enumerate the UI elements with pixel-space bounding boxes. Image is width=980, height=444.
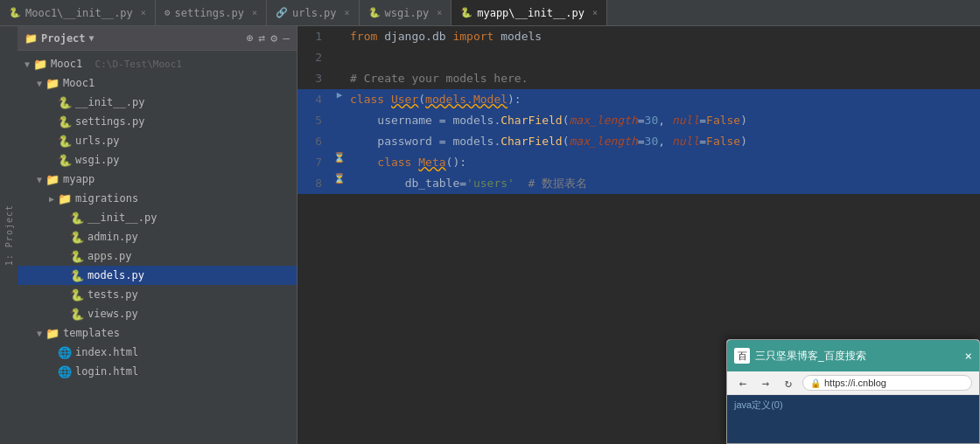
tree-label: __init__.py xyxy=(75,96,297,108)
tab-close-myapp-init[interactable]: × xyxy=(592,8,598,17)
dropdown-icon[interactable]: ▼ xyxy=(89,33,94,43)
code-line-4: 4 ▶ class User(models.Model): xyxy=(298,89,980,110)
tree-label: views.py xyxy=(88,308,297,320)
line-content-2 xyxy=(346,47,980,68)
favicon-text: 百 xyxy=(738,350,747,363)
tab-close-wsgi[interactable]: × xyxy=(437,8,442,17)
tab-icon-myapp-init: 🐍 xyxy=(460,7,472,18)
folder-icon: 📁 xyxy=(46,327,60,340)
line-content-6: password = models.CharField(max_length=3… xyxy=(346,131,980,152)
tree-label: tests.py xyxy=(88,288,297,301)
url-bar[interactable]: 🔒 https://i.cnblog xyxy=(802,375,972,391)
python-file-icon: 🐍 xyxy=(70,250,84,263)
back-button[interactable]: ← xyxy=(734,376,752,390)
arrow-icon: ▶ xyxy=(46,194,58,204)
line-content-4: class User(models.Model): xyxy=(346,89,980,110)
python-file-icon: 🐍 xyxy=(58,96,72,109)
line-number-4: 4 xyxy=(298,89,332,110)
tab-close-settings[interactable]: × xyxy=(252,8,257,17)
tree-label: migrations xyxy=(75,192,297,205)
tab-label-myapp-init: myapp\__init__.py xyxy=(477,7,584,19)
tree-item-login-html[interactable]: 🌐 login.html xyxy=(18,362,297,381)
tree-item-templates[interactable]: ▼ 📁 templates xyxy=(18,323,297,343)
code-line-6: 6 password = models.CharField(max_length… xyxy=(298,131,980,152)
minimize-icon[interactable]: — xyxy=(283,31,290,45)
browser-toolbar: 百 三只坚果博客_百度搜索 × xyxy=(727,340,979,371)
tree-item-mooc1[interactable]: ▼ 📁 Mooc1 xyxy=(18,73,297,93)
forward-button[interactable]: → xyxy=(757,376,774,390)
tab-label-mooc-init: Mooc1\__init__.py xyxy=(25,7,133,19)
tab-mooc-init[interactable]: 🐍 Mooc1\__init__.py × xyxy=(0,0,156,25)
project-header: 📁 Project ▼ ⊕ ⇄ ⚙ — xyxy=(18,26,297,51)
tab-bar: 🐍 Mooc1\__init__.py × ⚙ settings.py × 🔗 … xyxy=(0,0,980,26)
tab-close-urls[interactable]: × xyxy=(345,8,350,17)
tab-icon-settings: ⚙ xyxy=(164,7,171,18)
tree-item-migrations[interactable]: ▶ 📁 migrations xyxy=(18,189,297,208)
folder-icon: 📁 xyxy=(33,58,47,71)
arrow-icon: ▼ xyxy=(33,329,46,338)
browser-favicon: 百 xyxy=(734,348,750,364)
tree-label: models.py xyxy=(88,269,297,281)
browser-popup: 百 三只坚果博客_百度搜索 × ← → ↻ 🔒 https://i.cnblog… xyxy=(726,339,980,444)
line-gutter-8: ⏳ xyxy=(332,173,346,184)
tab-urls[interactable]: 🔗 urls.py × xyxy=(267,0,360,25)
line-gutter-4: ▶ xyxy=(332,89,346,101)
browser-nav: ← → ↻ 🔒 https://i.cnblog xyxy=(727,371,979,395)
tab-label-wsgi: wsgi.py xyxy=(385,7,430,19)
tree-item-wsgi[interactable]: 🐍 wsgi.py xyxy=(18,150,297,170)
url-text: https://i.cnblog xyxy=(824,378,886,388)
html-file-icon: 🌐 xyxy=(58,346,72,359)
tree-item-index-html[interactable]: 🌐 index.html xyxy=(18,343,297,362)
arrow-icon: ▼ xyxy=(33,175,46,184)
arrow-icon: ▼ xyxy=(33,79,46,88)
refresh-button[interactable]: ↻ xyxy=(780,376,797,390)
tab-settings[interactable]: ⚙ settings.py × xyxy=(156,0,267,25)
tab-wsgi[interactable]: 🐍 wsgi.py × xyxy=(360,0,452,25)
settings-icon[interactable]: ⚙ xyxy=(270,31,277,45)
tree-label: urls.py xyxy=(75,135,297,147)
tab-label-urls: urls.py xyxy=(292,7,337,19)
tree-item-myapp[interactable]: ▼ 📁 myapp xyxy=(18,170,297,189)
project-title: Project xyxy=(41,32,86,45)
tree-item-admin[interactable]: 🐍 admin.py xyxy=(18,227,297,246)
file-tree: ▼ 📁 Mooc1 C:\D-Test\Mooc1 ▼ 📁 Mooc1 🐍 __… xyxy=(18,51,297,385)
add-icon[interactable]: ⊕ xyxy=(247,31,254,45)
code-line-7: 7 ⏳ class Meta(): xyxy=(298,152,980,173)
folder-icon: 📁 xyxy=(24,32,38,45)
line-content-1: from django.db import models xyxy=(346,26,980,47)
line-content-3: # Create your models here. xyxy=(346,68,980,89)
line-gutter-7: ⏳ xyxy=(332,152,346,163)
tree-label: Mooc1 xyxy=(63,77,297,89)
tree-item-urls[interactable]: 🐍 urls.py xyxy=(18,131,297,150)
browser-close-button[interactable]: × xyxy=(965,349,972,363)
tree-label: templates xyxy=(63,327,297,339)
python-file-icon: 🐍 xyxy=(70,231,84,244)
sync-icon[interactable]: ⇄ xyxy=(259,31,266,45)
project-header-icons: ⊕ ⇄ ⚙ — xyxy=(247,31,290,45)
tab-icon-wsgi: 🐍 xyxy=(368,7,381,18)
tree-label: wsgi.py xyxy=(75,154,297,166)
tab-myapp-init[interactable]: 🐍 myapp\__init__.py × xyxy=(452,0,607,25)
tree-item-root[interactable]: ▼ 📁 Mooc1 C:\D-Test\Mooc1 xyxy=(18,54,297,73)
tab-close-mooc-init[interactable]: × xyxy=(141,8,146,17)
python-file-icon: 🐍 xyxy=(70,288,84,302)
tree-item-myapp-init[interactable]: 🐍 __init__.py xyxy=(18,208,297,227)
line-content-8: db_table='users' # 数据表名 xyxy=(346,173,980,194)
tree-label: apps.py xyxy=(88,250,297,262)
python-file-icon: 🐍 xyxy=(58,154,72,167)
html-file-icon: 🌐 xyxy=(58,365,72,378)
line-content-7: class Meta(): xyxy=(346,152,980,173)
line-content-5: username = models.CharField(max_length=3… xyxy=(346,110,980,131)
tree-item-views[interactable]: 🐍 views.py xyxy=(18,304,297,323)
sidebar-label-text: 1: Project xyxy=(4,205,14,266)
tree-label: myapp xyxy=(63,173,297,185)
tree-item-settings[interactable]: 🐍 settings.py xyxy=(18,112,297,131)
tree-item-models[interactable]: 🐍 models.py xyxy=(18,266,297,285)
line-number-6: 6 xyxy=(298,131,332,152)
line-number-7: 7 xyxy=(298,152,332,173)
tree-item-apps[interactable]: 🐍 apps.py xyxy=(18,246,297,266)
tree-item-tests[interactable]: 🐍 tests.py xyxy=(18,285,297,304)
folder-icon: 📁 xyxy=(58,192,72,205)
code-line-5: 5 username = models.CharField(max_length… xyxy=(298,110,980,131)
tree-item-init[interactable]: 🐍 __init__.py xyxy=(18,93,297,112)
